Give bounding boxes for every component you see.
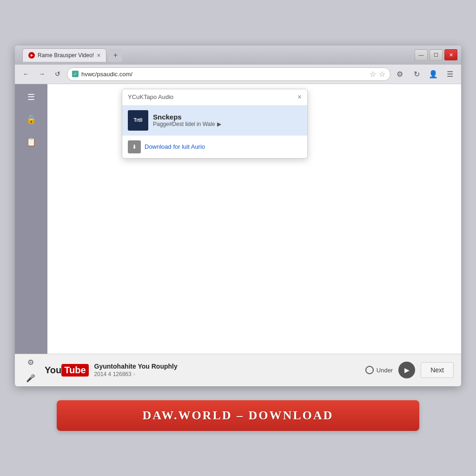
youtube-logo: You Tube — [45, 364, 89, 377]
track-thumbnail: Trtll — [128, 110, 148, 131]
player-subtitle-arrow: › — [133, 371, 135, 377]
back-button[interactable]: ← — [20, 67, 33, 80]
next-button[interactable]: Next — [421, 362, 454, 378]
tab-close-button[interactable]: × — [97, 52, 100, 59]
track-arrow-icon: ▶ — [217, 121, 221, 127]
navigation-bar: ← → ↺ ✓ hvwc/psaudic.com/ ☆ ☆ ⚙ ↻ 👤 ☰ — [15, 65, 461, 84]
audio-popup: YCuKTapo Audio × Trtll Snckeps Pagge#Des… — [122, 89, 308, 159]
browser-tab[interactable]: Rame Brausper Video! × — [22, 48, 106, 62]
sidebar-clipboard-icon[interactable]: 📋 — [22, 133, 40, 150]
profile-button[interactable]: 👤 — [427, 67, 440, 80]
tab-bar: Rame Brausper Video! × + — [19, 48, 413, 62]
player-track-title: Gyuntohahite You Rouphly — [94, 363, 360, 370]
browser-window: Rame Brausper Video! × + — ☐ ✕ ← → ↺ ✓ h… — [15, 46, 461, 386]
reload-button[interactable]: ↺ — [51, 67, 64, 80]
popup-download-item[interactable]: ⬇ Download for luit Aurio — [122, 136, 307, 158]
player-info: Gyuntohahite You Rouphly 2014 4 126863 › — [94, 363, 360, 377]
sidebar-lock-icon[interactable]: 🔒 — [22, 111, 40, 128]
under-button[interactable]: Under — [365, 366, 393, 374]
popup-track-item[interactable]: Trtll Snckeps Pagge#Dest lidel in Wale ▶ — [122, 106, 307, 136]
menu-button[interactable]: ☰ — [443, 67, 456, 80]
maximize-button[interactable]: ☐ — [430, 49, 443, 60]
track-info: Snckeps Pagge#Dest lidel in Wale ▶ — [153, 113, 302, 127]
refresh-button[interactable]: ↻ — [410, 67, 423, 80]
secure-icon: ✓ — [72, 71, 79, 77]
forward-button[interactable]: → — [35, 67, 48, 80]
play-button[interactable]: ▶ — [398, 362, 415, 378]
track-subtitle: Pagge#Dest lidel in Wale ▶ — [153, 121, 302, 127]
popup-header: YCuKTapo Audio × — [122, 89, 307, 106]
close-button[interactable]: ✕ — [444, 49, 457, 60]
player-mic-icon[interactable]: 🎤 — [22, 371, 39, 384]
download-link[interactable]: Download for luit Aurio — [145, 143, 205, 150]
player-settings-icon[interactable]: ⚙ — [22, 356, 39, 369]
settings-button[interactable]: ⚙ — [393, 67, 406, 80]
player-controls: Under ▶ Next — [365, 362, 454, 378]
content-area: ☰ 🔒 📋 YCuKTapo Audio × Trtll — [15, 84, 461, 354]
player-track-subtitle: 2014 4 126863 › — [94, 371, 360, 377]
circle-icon — [365, 366, 374, 374]
download-icon: ⬇ — [128, 140, 141, 153]
popup-close-button[interactable]: × — [298, 93, 302, 101]
web-content: YCuKTapo Audio × Trtll Snckeps Pagge#Des… — [47, 84, 461, 354]
player-side-icons: ⚙ 🎤 — [22, 356, 39, 384]
bookmark-icon[interactable]: ☆ — [370, 70, 376, 79]
download-banner[interactable]: DAW.WORLD – DOWNLOAD — [57, 400, 419, 431]
minimize-button[interactable]: — — [415, 49, 428, 60]
track-title: Snckeps — [153, 113, 302, 121]
youtube-you-text: You — [45, 365, 61, 376]
page-wrapper: Rame Brausper Video! × + — ☐ ✕ ← → ↺ ✓ h… — [15, 46, 461, 431]
window-controls: — ☐ ✕ — [415, 49, 457, 60]
url-text: hvwc/psaudic.com/ — [81, 71, 367, 78]
download-banner-text: DAW.WORLD – DOWNLOAD — [143, 409, 334, 422]
youtube-tab-icon — [28, 52, 35, 59]
youtube-tube-text: Tube — [61, 364, 88, 377]
bookmark-filled-icon[interactable]: ☆ — [379, 70, 385, 79]
player-bar: ⚙ 🎤 You Tube Gyuntohahite You Rouphly 20… — [15, 354, 461, 386]
title-bar: Rame Brausper Video! × + — ☐ ✕ — [15, 46, 461, 65]
nav-tools: ⚙ ↻ 👤 ☰ — [393, 67, 456, 80]
popup-title: YCuKTapo Audio — [128, 93, 173, 100]
new-tab-button[interactable]: + — [108, 49, 122, 62]
sidebar: ☰ 🔒 📋 — [15, 84, 47, 354]
tab-title: Rame Brausper Video! — [38, 52, 94, 59]
address-bar[interactable]: ✓ hvwc/psaudic.com/ ☆ ☆ — [67, 67, 390, 81]
sidebar-menu-icon[interactable]: ☰ — [22, 89, 40, 106]
